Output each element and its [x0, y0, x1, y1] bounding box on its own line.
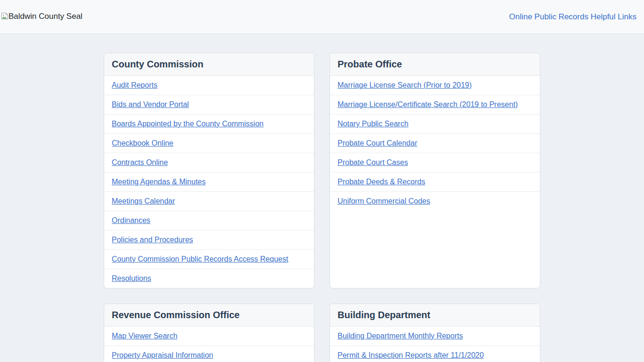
cards-row-1: County Commission Audit ReportsBids and …	[104, 53, 540, 288]
card-link[interactable]: Map Viewer Search	[112, 332, 177, 340]
card-link[interactable]: Meetings Calendar	[112, 197, 175, 205]
card-county-commission: County Commission Audit ReportsBids and …	[104, 53, 314, 288]
card-link[interactable]: County Commission Public Records Access …	[112, 255, 288, 263]
broken-image-icon	[1, 11, 8, 23]
list-item: Contracts Online	[104, 153, 314, 172]
list-item: Audit Reports	[104, 76, 314, 95]
cards-row-2: Revenue Commission Office Map Viewer Sea…	[104, 304, 540, 362]
card-title-building-department: Building Department	[330, 304, 540, 327]
list-item: Notary Public Search	[330, 114, 540, 133]
card-link[interactable]: Policies and Procedures	[112, 236, 193, 244]
list-item: Meetings Calendar	[104, 191, 314, 211]
card-link[interactable]: Probate Court Cases	[338, 158, 408, 166]
card-link-list-county-commission: Audit ReportsBids and Vendor PortalBoard…	[104, 76, 314, 288]
list-item: Checkbook Online	[104, 133, 314, 153]
card-link-list-building-department: Building Department Monthly ReportsPermi…	[330, 327, 540, 362]
list-item: Permit & Inspection Reports after 11/1/2…	[330, 346, 540, 362]
card-link[interactable]: Notary Public Search	[338, 120, 408, 128]
card-link[interactable]: Meeting Agendas & Minutes	[112, 178, 206, 186]
card-link[interactable]: Audit Reports	[112, 81, 157, 89]
helpful-links-nav-link[interactable]: Online Public Records Helpful Links	[509, 12, 636, 22]
card-link-list-revenue-commission-office: Map Viewer SearchProperty Appraisal Info…	[104, 327, 314, 362]
list-item: Ordinances	[104, 211, 314, 230]
list-item: Probate Court Calendar	[330, 133, 540, 153]
card-link[interactable]: Building Department Monthly Reports	[338, 332, 463, 340]
card-title-probate-office: Probate Office	[330, 53, 540, 76]
list-item: Policies and Procedures	[104, 230, 314, 249]
card-link-list-probate-office: Marriage License Search (Prior to 2019)M…	[330, 76, 540, 211]
card-link[interactable]: Boards Appointed by the County Commissio…	[112, 120, 264, 128]
card-link[interactable]: Uniform Commercial Codes	[338, 197, 430, 205]
card-link[interactable]: Bids and Vendor Portal	[112, 100, 189, 108]
card-title-county-commission: County Commission	[104, 53, 314, 76]
card-link[interactable]: Marriage License/Certificate Search (201…	[338, 100, 518, 108]
card-link[interactable]: Marriage License Search (Prior to 2019)	[338, 81, 472, 89]
list-item: Boards Appointed by the County Commissio…	[104, 114, 314, 133]
list-item: Map Viewer Search	[104, 327, 314, 346]
site-logo-broken-image: Baldwin County Seal	[1, 11, 83, 23]
site-logo-alt-text: Baldwin County Seal	[8, 11, 83, 22]
card-link[interactable]: Property Appraisal Information	[112, 351, 213, 359]
card-link[interactable]: Contracts Online	[112, 158, 168, 166]
card-building-department: Building Department Building Department …	[330, 304, 540, 362]
list-item: Probate Court Cases	[330, 153, 540, 172]
card-link[interactable]: Permit & Inspection Reports after 11/1/2…	[338, 351, 484, 359]
site-header: Baldwin County Seal Online Public Record…	[0, 0, 644, 34]
list-item: Bids and Vendor Portal	[104, 95, 314, 114]
card-link[interactable]: Resolutions	[112, 274, 151, 282]
main-content: County Commission Audit ReportsBids and …	[104, 34, 540, 362]
card-revenue-commission-office: Revenue Commission Office Map Viewer Sea…	[104, 304, 314, 362]
card-link[interactable]: Ordinances	[112, 216, 150, 224]
list-item: Meeting Agendas & Minutes	[104, 172, 314, 191]
list-item: Resolutions	[104, 269, 314, 288]
card-probate-office: Probate Office Marriage License Search (…	[330, 53, 540, 288]
card-link[interactable]: Checkbook Online	[112, 139, 173, 147]
list-item: Marriage License Search (Prior to 2019)	[330, 76, 540, 95]
card-title-revenue-commission-office: Revenue Commission Office	[104, 304, 314, 327]
card-link[interactable]: Probate Court Calendar	[338, 139, 417, 147]
list-item: Probate Deeds & Records	[330, 172, 540, 191]
list-item: Uniform Commercial Codes	[330, 191, 540, 211]
list-item: Property Appraisal Information	[104, 346, 314, 362]
list-item: Building Department Monthly Reports	[330, 327, 540, 346]
list-item: County Commission Public Records Access …	[104, 249, 314, 269]
card-link[interactable]: Probate Deeds & Records	[338, 178, 425, 186]
list-item: Marriage License/Certificate Search (201…	[330, 95, 540, 114]
